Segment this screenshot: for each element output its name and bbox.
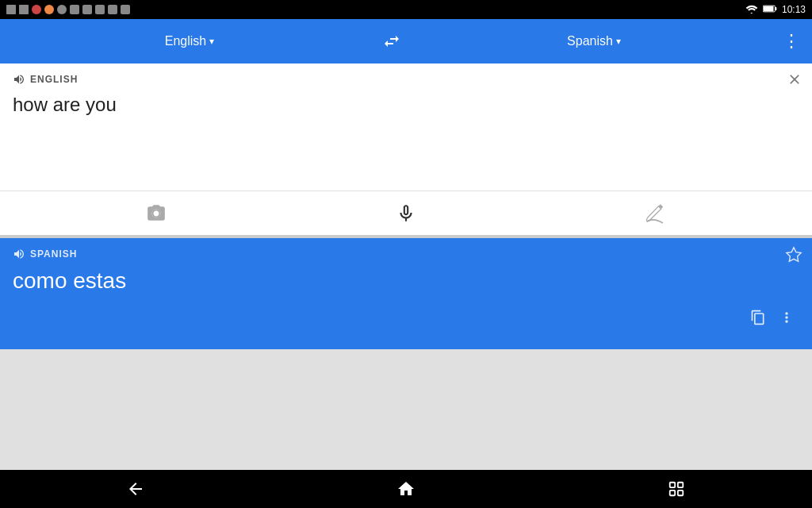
notification-icon-7 xyxy=(82,5,92,14)
swap-languages-button[interactable] xyxy=(373,32,411,51)
svg-rect-6 xyxy=(670,491,675,495)
content-area xyxy=(0,349,812,470)
source-language-label: English xyxy=(165,34,206,48)
status-icons-right: 10:13 xyxy=(745,4,806,16)
source-lang-dropdown-icon: ▾ xyxy=(209,36,214,47)
target-language-label-badge: SPANISH xyxy=(30,248,77,260)
overflow-menu-button[interactable]: ⋮ xyxy=(777,31,806,52)
source-text[interactable]: how are you xyxy=(13,92,799,117)
notification-icon-1 xyxy=(6,5,16,14)
status-icons-left xyxy=(6,5,130,14)
notification-icon-4 xyxy=(44,5,54,14)
notification-icon-10 xyxy=(121,5,130,14)
target-language-selector[interactable]: Spanish ▾ xyxy=(411,34,777,48)
source-language-label-badge: ENGLISH xyxy=(30,74,78,85)
battery-icon xyxy=(763,4,777,16)
target-language-badge: SPANISH xyxy=(13,248,799,260)
svg-rect-5 xyxy=(678,491,683,495)
notification-icon-9 xyxy=(108,5,117,14)
back-button[interactable] xyxy=(104,470,167,508)
source-language-selector[interactable]: English ▾ xyxy=(6,34,373,48)
time-display: 10:13 xyxy=(782,4,806,15)
notification-icon-8 xyxy=(95,5,105,14)
translation-actions xyxy=(13,305,799,334)
handwrite-input-button[interactable] xyxy=(637,194,675,233)
translation-area: SPANISH como estas xyxy=(0,238,812,349)
svg-rect-4 xyxy=(678,483,683,487)
input-tools-bar xyxy=(0,190,812,235)
home-button[interactable] xyxy=(374,470,438,508)
overflow-icon: ⋮ xyxy=(783,31,801,52)
svg-rect-3 xyxy=(670,483,675,487)
svg-rect-1 xyxy=(764,6,774,10)
star-translation-button[interactable] xyxy=(785,246,802,268)
translated-text: como estas xyxy=(13,267,799,295)
camera-input-button[interactable] xyxy=(137,194,175,233)
translation-overflow-button[interactable] xyxy=(774,305,799,334)
input-area: ENGLISH how are you xyxy=(0,64,812,190)
notification-icon-5 xyxy=(57,5,67,14)
target-lang-dropdown-icon: ▾ xyxy=(616,36,621,47)
svg-rect-2 xyxy=(775,7,776,10)
recents-button[interactable] xyxy=(645,470,708,508)
clear-input-button[interactable] xyxy=(787,71,802,91)
source-language-badge: ENGLISH xyxy=(13,73,799,86)
notification-icon-6 xyxy=(70,5,79,14)
microphone-input-button[interactable] xyxy=(387,194,425,233)
status-bar: 10:13 xyxy=(0,0,812,19)
wifi-icon xyxy=(745,4,758,16)
app-bar: English ▾ Spanish ▾ ⋮ xyxy=(0,19,812,64)
notification-icon-2 xyxy=(19,5,29,14)
copy-translation-button[interactable] xyxy=(745,305,771,334)
target-language-label: Spanish xyxy=(567,34,613,48)
notification-icon-3 xyxy=(32,5,41,14)
navigation-bar xyxy=(0,470,812,508)
